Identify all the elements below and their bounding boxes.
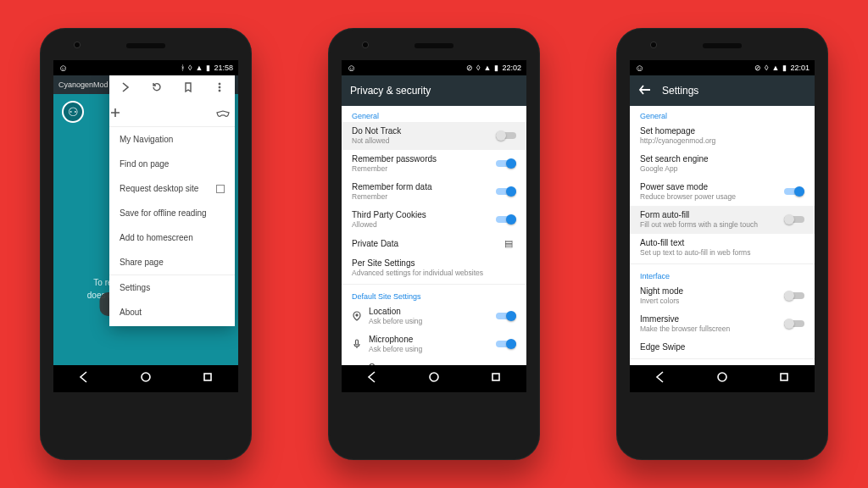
forward-icon[interactable] <box>120 81 131 95</box>
back-nav-icon[interactable] <box>654 370 667 387</box>
android-nav-bar <box>630 365 815 392</box>
phone-1: ☺ ᚼ ◊ ▲ ▮ 21:58 CyanogenMod | An ⚇ Intr … <box>40 28 252 460</box>
section-general: General <box>342 106 526 122</box>
clock: 22:01 <box>790 64 810 72</box>
row-edge-swipe[interactable]: Edge Swipe <box>630 338 815 357</box>
row-power-save[interactable]: Power save modeReduce browser power usag… <box>630 178 815 206</box>
desktop-site-checkbox[interactable] <box>216 185 225 193</box>
site-logo-icon: ⚇ <box>62 101 84 123</box>
toggle-remember-form-data[interactable] <box>496 186 516 197</box>
new-tab-icon[interactable] <box>109 107 121 120</box>
toggle-cookies[interactable] <box>496 214 516 225</box>
section-interface: Interface <box>630 266 815 282</box>
signal-icon: ▲ <box>484 64 492 72</box>
menu-my-navigation[interactable]: My Navigation <box>109 127 235 152</box>
more-icon[interactable] <box>214 81 225 95</box>
toggle-location[interactable] <box>496 311 516 321</box>
section-general: General <box>630 106 815 122</box>
row-microphone[interactable]: MicrophoneAsk before using <box>342 330 526 358</box>
svg-point-0 <box>219 83 220 85</box>
row-immersive[interactable]: ImmersiveMake the browser fullscreen <box>630 310 815 338</box>
menu-request-desktop[interactable]: Request desktop site <box>109 176 235 201</box>
location-icon <box>348 311 365 321</box>
app-bar: Settings <box>630 75 815 106</box>
recent-nav-icon[interactable] <box>489 370 503 387</box>
svg-rect-5 <box>204 374 211 380</box>
overflow-menu: My Navigation Find on page Request deskt… <box>109 75 235 326</box>
bookmark-icon[interactable] <box>182 81 194 95</box>
menu-find-on-page[interactable]: Find on page <box>109 152 235 176</box>
home-nav-icon[interactable] <box>715 370 729 387</box>
svg-point-4 <box>142 373 150 381</box>
row-do-not-track[interactable]: Do Not TrackNot allowed <box>342 122 526 150</box>
bluetooth-icon: ᚼ <box>181 64 185 72</box>
cyanogen-statusbar-icon: ☺ <box>347 63 356 73</box>
refresh-icon[interactable] <box>151 81 163 95</box>
settings-list[interactable]: General Set homepagehttp://cyanogenmod.o… <box>630 106 815 365</box>
row-location[interactable]: LocationAsk before using <box>342 302 526 330</box>
wifi-icon: ◊ <box>188 64 192 72</box>
status-bar: ☺ ⊘ ◊ ▲ ▮ 22:01 <box>630 60 815 75</box>
toggle-remember-passwords[interactable] <box>496 158 516 169</box>
row-set-search-engine[interactable]: Set search engineGoogle App <box>630 150 815 178</box>
menu-settings[interactable]: Settings <box>109 275 235 300</box>
svg-point-11 <box>430 373 438 381</box>
svg-point-2 <box>219 90 220 92</box>
row-autofill-text[interactable]: Auto-fill textSet up text to auto-fill i… <box>630 234 815 262</box>
recent-nav-icon[interactable] <box>201 370 214 387</box>
screen-title: Settings <box>662 85 698 97</box>
toggle-form-autofill[interactable] <box>784 214 804 225</box>
row-night-mode[interactable]: Night modeInvert colors <box>630 282 815 310</box>
svg-rect-14 <box>781 374 787 380</box>
screen-title: Privacy & security <box>350 85 431 97</box>
recent-nav-icon[interactable] <box>777 370 791 387</box>
status-bar: ☺ ᚼ ◊ ▲ ▮ 21:58 <box>53 60 238 75</box>
clock: 22:02 <box>502 64 521 72</box>
android-nav-bar <box>342 365 526 392</box>
menu-about[interactable]: About <box>109 300 235 324</box>
signal-icon: ▲ <box>772 64 780 72</box>
clock: 21:58 <box>214 64 233 72</box>
toggle-night-mode[interactable] <box>784 291 804 301</box>
status-bar: ☺ ⊘ ◊ ▲ ▮ 22:02 <box>342 60 526 75</box>
back-nav-icon[interactable] <box>77 370 91 387</box>
menu-add-homescreen[interactable]: Add to homescreen <box>109 225 235 250</box>
battery-icon: ▮ <box>494 64 498 72</box>
row-private-data[interactable]: Private Data ▤ <box>342 234 526 254</box>
row-set-homepage[interactable]: Set homepagehttp://cyanogenmod.org <box>630 122 815 150</box>
svg-rect-12 <box>492 374 499 380</box>
signal-icon: ▲ <box>196 64 203 72</box>
row-per-site-settings[interactable]: Per Site SettingsAdvanced settings for i… <box>342 254 526 282</box>
toggle-power-save[interactable] <box>784 186 804 197</box>
battery-icon: ▮ <box>206 64 210 72</box>
no-sim-icon: ⊘ <box>466 64 473 72</box>
home-nav-icon[interactable] <box>427 370 441 387</box>
settings-list[interactable]: General Do Not TrackNot allowed Remember… <box>342 106 526 365</box>
toggle-microphone[interactable] <box>496 339 516 349</box>
toggle-immersive[interactable] <box>784 319 804 329</box>
microphone-icon <box>348 339 365 349</box>
menu-save-offline[interactable]: Save for offline reading <box>109 201 235 225</box>
toggle-do-not-track[interactable] <box>496 130 516 141</box>
back-nav-icon[interactable] <box>365 370 379 387</box>
database-icon: ▤ <box>501 238 516 249</box>
section-defaults: Default Site Settings <box>342 286 526 302</box>
incognito-icon[interactable] <box>216 108 230 119</box>
row-remember-passwords[interactable]: Remember passwordsRemember <box>342 150 526 178</box>
row-camera[interactable]: CameraAsk before using <box>342 358 526 365</box>
svg-point-1 <box>219 86 220 88</box>
svg-point-13 <box>718 373 726 381</box>
home-nav-icon[interactable] <box>139 370 153 387</box>
svg-point-6 <box>356 314 358 316</box>
battery-icon: ▮ <box>782 64 787 72</box>
row-form-autofill[interactable]: Form auto-fillFill out web forms with a … <box>630 206 815 234</box>
svg-rect-7 <box>356 340 359 345</box>
cyanogen-statusbar-icon: ☺ <box>58 63 68 73</box>
cyanogen-statusbar-icon: ☺ <box>635 63 644 73</box>
phone-3: ☺ ⊘ ◊ ▲ ▮ 22:01 Settings General Set hom… <box>616 28 828 460</box>
menu-share-page[interactable]: Share page <box>109 250 235 274</box>
wifi-icon: ◊ <box>765 64 768 72</box>
row-third-party-cookies[interactable]: Third Party CookiesAllowed <box>342 206 526 234</box>
row-remember-form-data[interactable]: Remember form dataRemember <box>342 178 526 206</box>
back-icon[interactable] <box>638 83 652 99</box>
